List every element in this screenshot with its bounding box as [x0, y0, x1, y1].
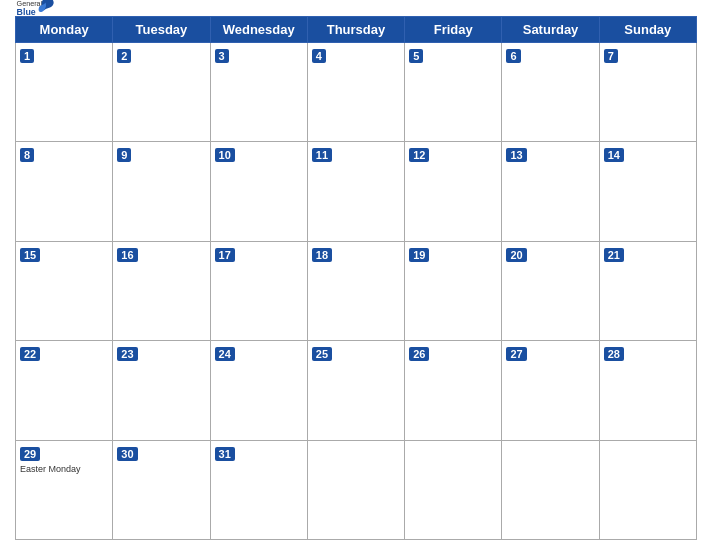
- calendar-cell: 11: [307, 142, 404, 241]
- calendar-cell: 24: [210, 341, 307, 440]
- calendar-cell: 4: [307, 43, 404, 142]
- day-number: 12: [409, 148, 429, 162]
- day-number: 4: [312, 49, 326, 63]
- calendar-cell: 1: [16, 43, 113, 142]
- day-number: 9: [117, 148, 131, 162]
- day-number: 18: [312, 248, 332, 262]
- day-headers-row: MondayTuesdayWednesdayThursdayFridaySatu…: [16, 17, 697, 43]
- day-number: 7: [604, 49, 618, 63]
- day-number: 28: [604, 347, 624, 361]
- calendar-table: MondayTuesdayWednesdayThursdayFridaySatu…: [15, 16, 697, 540]
- day-number: 26: [409, 347, 429, 361]
- day-number: 27: [506, 347, 526, 361]
- day-number: 20: [506, 248, 526, 262]
- holiday-label: Easter Monday: [20, 464, 108, 474]
- calendar-cell: 10: [210, 142, 307, 241]
- calendar-cell: 27: [502, 341, 599, 440]
- calendar-week-2: 891011121314: [16, 142, 697, 241]
- calendar-week-5: 29Easter Monday3031: [16, 440, 697, 539]
- day-number: 11: [312, 148, 332, 162]
- day-header-tuesday: Tuesday: [113, 17, 210, 43]
- day-number: 14: [604, 148, 624, 162]
- day-header-thursday: Thursday: [307, 17, 404, 43]
- calendar-week-4: 22232425262728: [16, 341, 697, 440]
- day-header-saturday: Saturday: [502, 17, 599, 43]
- calendar-cell: 17: [210, 241, 307, 340]
- day-number: 30: [117, 447, 137, 461]
- calendar-cell: 22: [16, 341, 113, 440]
- day-number: 17: [215, 248, 235, 262]
- day-number: 15: [20, 248, 40, 262]
- day-header-sunday: Sunday: [599, 17, 696, 43]
- day-number: 29: [20, 447, 40, 461]
- calendar-cell: 18: [307, 241, 404, 340]
- calendar-cell: 19: [405, 241, 502, 340]
- calendar-cell: 6: [502, 43, 599, 142]
- day-number: 5: [409, 49, 423, 63]
- day-number: 19: [409, 248, 429, 262]
- calendar-cell: 26: [405, 341, 502, 440]
- day-number: 8: [20, 148, 34, 162]
- logo: General Blue: [15, 0, 55, 24]
- calendar-week-3: 15161718192021: [16, 241, 697, 340]
- calendar-cell: 9: [113, 142, 210, 241]
- calendar-cell: 2: [113, 43, 210, 142]
- day-header-friday: Friday: [405, 17, 502, 43]
- day-number: 16: [117, 248, 137, 262]
- calendar-cell: [405, 440, 502, 539]
- calendar-cell: 23: [113, 341, 210, 440]
- calendar-cell: 31: [210, 440, 307, 539]
- calendar-cell: 25: [307, 341, 404, 440]
- calendar-cell: 7: [599, 43, 696, 142]
- calendar-week-1: 1234567: [16, 43, 697, 142]
- day-number: 22: [20, 347, 40, 361]
- calendar-cell: [599, 440, 696, 539]
- calendar-cell: 14: [599, 142, 696, 241]
- calendar-cell: 3: [210, 43, 307, 142]
- day-number: 10: [215, 148, 235, 162]
- calendar-cell: 30: [113, 440, 210, 539]
- day-number: 23: [117, 347, 137, 361]
- calendar-cell: 12: [405, 142, 502, 241]
- svg-text:Blue: Blue: [17, 7, 36, 17]
- calendar-cell: [307, 440, 404, 539]
- day-number: 21: [604, 248, 624, 262]
- calendar-cell: 8: [16, 142, 113, 241]
- day-number: 2: [117, 49, 131, 63]
- calendar-cell: 28: [599, 341, 696, 440]
- calendar-cell: [502, 440, 599, 539]
- day-number: 24: [215, 347, 235, 361]
- day-header-wednesday: Wednesday: [210, 17, 307, 43]
- calendar-cell: 20: [502, 241, 599, 340]
- day-number: 31: [215, 447, 235, 461]
- day-number: 3: [215, 49, 229, 63]
- day-number: 6: [506, 49, 520, 63]
- calendar-cell: 21: [599, 241, 696, 340]
- calendar-cell: 13: [502, 142, 599, 241]
- day-number: 1: [20, 49, 34, 63]
- calendar-cell: 5: [405, 43, 502, 142]
- day-number: 13: [506, 148, 526, 162]
- day-number: 25: [312, 347, 332, 361]
- calendar-cell: 29Easter Monday: [16, 440, 113, 539]
- calendar-cell: 15: [16, 241, 113, 340]
- calendar-cell: 16: [113, 241, 210, 340]
